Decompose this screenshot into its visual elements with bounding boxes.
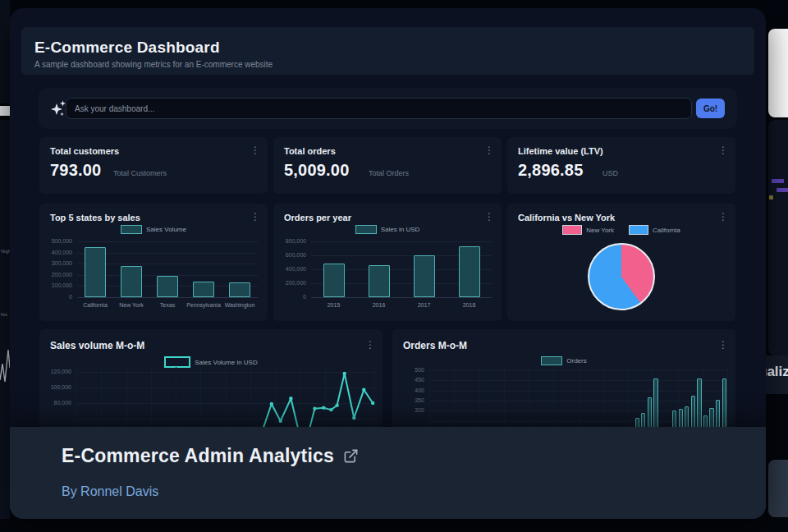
purple-legend-fragment <box>777 188 788 192</box>
line-point <box>270 402 273 406</box>
author-link[interactable]: By Ronnel Davis <box>62 484 158 499</box>
card-menu-button[interactable]: ⋮ <box>483 144 496 157</box>
bar-Washington <box>229 282 250 297</box>
ask-dashboard-input[interactable] <box>66 98 692 119</box>
line-point <box>362 388 365 392</box>
grid-line <box>553 367 554 427</box>
grid-line <box>454 367 455 427</box>
background-thumbnail-edge-left <box>0 106 10 116</box>
sales-line-series <box>39 329 383 427</box>
pie-chart <box>588 243 655 310</box>
card-menu-button[interactable]: ⋮ <box>249 144 262 157</box>
orders-bar <box>653 378 657 427</box>
y-tick-label: 600,000 <box>273 252 306 258</box>
bar-2016 <box>369 265 390 297</box>
orders-bar <box>641 413 645 427</box>
chart-card-sales-volume-mom: Sales volume M-o-M ⋮ Sales Volume in USD… <box>39 329 383 427</box>
dashboard-header: E-Commerce Dashboard A sample dashboard … <box>21 27 754 75</box>
metric-caption: Total Orders <box>369 169 409 177</box>
y-tick-label: 300,000 <box>39 260 72 266</box>
orders-bar <box>722 378 726 427</box>
line-point <box>279 420 282 423</box>
plot-area: 120,000100,00080,000 <box>39 329 383 427</box>
card-title: E-Commerce Admin Analytics <box>62 445 334 467</box>
orders-bar <box>703 415 708 427</box>
grid-line <box>579 367 580 427</box>
dashboard-preview-card[interactable]: E-Commerce Dashboard A sample dashboard … <box>10 8 766 519</box>
metric-title: Total customers <box>50 146 119 156</box>
background-card-footer-fragment <box>768 460 788 517</box>
chart-card-top5-states: Top 5 states by sales ⋮ Sales Volume 010… <box>39 204 268 321</box>
background-card-fragment-left: Nigh hts <box>0 120 10 519</box>
dashboard-subtitle: A sample dashboard showing metrics for a… <box>34 60 273 69</box>
background-linechart-fragment <box>0 343 10 384</box>
external-link-icon[interactable] <box>343 448 359 464</box>
card-menu-button[interactable]: ⋮ <box>717 144 730 157</box>
y-tick-label: 0 <box>273 294 306 300</box>
grid-line <box>628 367 629 427</box>
orders-bar <box>685 406 689 427</box>
line-point <box>329 408 332 411</box>
orders-bar <box>679 409 683 427</box>
orders-bar <box>635 418 639 427</box>
metric-value: 2,896.85 <box>518 161 583 180</box>
metric-title: Total orders <box>284 146 336 156</box>
y-tick-label: 400 <box>392 388 424 393</box>
y-tick-label: 450 <box>392 377 424 383</box>
x-tick-label: 2017 <box>401 302 447 308</box>
y-tick-label: 0 <box>39 294 72 300</box>
line-point <box>352 416 355 420</box>
yellow-legend-fragment <box>769 195 773 200</box>
metric-caption: USD <box>602 169 618 177</box>
orders-bar <box>672 410 676 427</box>
legend-swatch-california <box>629 225 648 235</box>
bar-2017 <box>414 255 435 297</box>
grid-line <box>479 367 480 427</box>
metric-caption: Total Customers <box>113 169 167 177</box>
bar-California <box>85 247 106 297</box>
plot-area: 0200,000400,000600,000800,00020152016201… <box>273 204 502 321</box>
y-tick-label: 400,000 <box>39 250 72 255</box>
metric-title: Lifetime value (LTV) <box>518 146 603 156</box>
y-tick-label: 500 <box>392 367 424 373</box>
preview-card-footer: E-Commerce Admin Analytics By Ronnel Dav… <box>10 427 766 519</box>
plot-area: 0100,000200,000300,000400,000500,000Cali… <box>39 204 268 321</box>
x-tick-label: California <box>77 302 113 308</box>
orders-bar <box>697 378 701 427</box>
orders-bar <box>691 396 695 427</box>
x-tick-label: 2016 <box>356 302 401 308</box>
right-edge-text-fragment: ualiz <box>766 364 788 380</box>
metric-card-total-orders: Total orders ⋮ 5,009.00 Total Orders <box>273 137 502 194</box>
orders-bar <box>709 408 713 428</box>
y-tick-label: 350 <box>392 397 424 403</box>
grid-line <box>504 367 505 427</box>
chart-card-orders-per-year: Orders per year ⋮ Sales in USD 0200,0004… <box>273 204 502 321</box>
background-card-fragment-right <box>768 120 788 355</box>
background-card-fragment-left <box>0 0 10 103</box>
plot-area: 500450400350300 <box>392 329 735 427</box>
line-point <box>343 372 346 375</box>
card-menu-button[interactable]: ⋮ <box>717 210 730 223</box>
grid-line <box>311 241 492 242</box>
grid-line <box>529 367 529 427</box>
legend-label: New York <box>586 227 614 234</box>
chart-card-california-vs-newyork: California vs New York ⋮ New York Califo… <box>507 204 735 321</box>
purple-legend-fragment <box>772 179 784 183</box>
grid-line <box>77 241 258 242</box>
metric-card-total-customers: Total customers ⋮ 793.00 Total Customers <box>39 137 268 194</box>
line-point <box>313 407 316 410</box>
bar-Texas <box>157 276 178 297</box>
background-thumbnail-right <box>768 29 788 117</box>
grid-line <box>727 367 728 427</box>
line-point <box>371 401 374 405</box>
bar-2018 <box>459 246 480 297</box>
go-button[interactable]: Go! <box>696 99 725 118</box>
legend-label: California <box>653 227 680 234</box>
y-tick-label: 100,000 <box>39 282 72 288</box>
y-tick-label: 200,000 <box>39 272 72 277</box>
chart-title: California vs New York <box>518 213 615 222</box>
y-tick-label: 500,000 <box>39 238 72 244</box>
x-tick-label: 2015 <box>311 302 356 308</box>
legend-swatch-newyork <box>562 225 582 235</box>
grid-line <box>77 297 258 298</box>
